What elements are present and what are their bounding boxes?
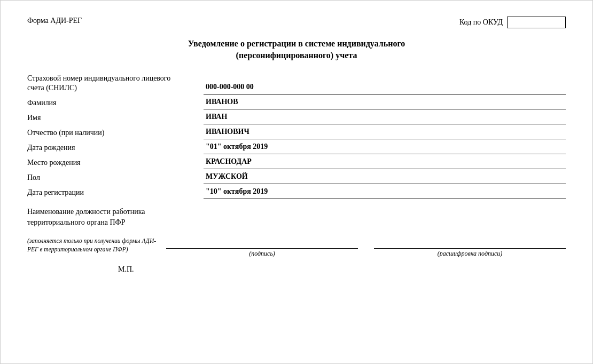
signature-line-label: (подпись) — [249, 250, 275, 258]
document-page: Форма АДИ-РЕГ Код по ОКУД Уведомление о … — [0, 0, 593, 364]
birthplace-value-container: КРАСНОДАР — [204, 157, 566, 169]
signature-line-item: (подпись) — [166, 237, 358, 258]
field-row-middlename: Отчество (при наличии) ИВАНОВИЧ — [27, 128, 566, 139]
lastname-label: Фамилия — [27, 98, 198, 109]
lastname-value-container: ИВАНОВ — [204, 98, 566, 109]
gender-value: МУЖСКОЙ — [204, 172, 248, 180]
field-row-regdate: Дата регистрации "10" октября 2019 — [27, 187, 566, 199]
birthdate-label: Дата рождения — [27, 143, 198, 154]
position-section: Наименование должности работника террито… — [27, 207, 566, 227]
field-row-lastname: Фамилия ИВАНОВ — [27, 98, 566, 109]
field-row-birthplace: Место рождения КРАСНОДАР — [27, 157, 566, 169]
gender-value-container: МУЖСКОЙ — [204, 172, 566, 184]
signature-note: (заполняется только при получении формы … — [27, 237, 166, 254]
birthdate-value-container: "01" октября 2019 — [204, 143, 566, 154]
birthdate-value: "01" октября 2019 — [204, 143, 268, 151]
decode-line-item: (расшифровка подписи) — [374, 237, 566, 258]
fields-section: Страховой номер индивидуального лицевого… — [27, 74, 566, 199]
birthplace-label: Место рождения — [27, 158, 198, 169]
mp-block: М.П. — [27, 265, 566, 274]
lastname-value: ИВАНОВ — [204, 98, 238, 106]
position-label: Наименование должности работника террито… — [27, 207, 198, 227]
form-label: Форма АДИ-РЕГ — [27, 17, 82, 25]
field-row-snils: Страховой номер индивидуального лицевого… — [27, 74, 566, 94]
regdate-value-container: "10" октября 2019 — [204, 187, 566, 199]
regdate-value: "10" октября 2019 — [204, 187, 268, 195]
snils-label: Страховой номер индивидуального лицевого… — [27, 74, 198, 94]
okud-block: Код по ОКУД — [459, 17, 566, 28]
decode-line-label: (расшифровка подписи) — [438, 250, 503, 258]
mp-label: М.П. — [118, 265, 134, 273]
decode-line — [374, 237, 566, 249]
middlename-value: ИВАНОВИЧ — [204, 128, 249, 136]
document-title: Уведомление о регистрации в системе инди… — [27, 38, 566, 62]
firstname-label: Имя — [27, 113, 198, 124]
snils-value: 000-000-000 00 — [204, 83, 254, 91]
okud-box[interactable] — [507, 17, 566, 28]
gender-label: Пол — [27, 173, 198, 184]
field-row-birthdate: Дата рождения "01" октября 2019 — [27, 143, 566, 154]
middlename-label: Отчество (при наличии) — [27, 128, 198, 139]
signature-line — [166, 237, 358, 249]
firstname-value: ИВАН — [204, 113, 227, 121]
signature-section: (заполняется только при получении формы … — [27, 237, 566, 258]
okud-label: Код по ОКУД — [459, 18, 503, 27]
snils-value-container: 000-000-000 00 — [204, 83, 566, 94]
field-row-firstname: Имя ИВАН — [27, 113, 566, 124]
signature-lines-block: (подпись) (расшифровка подписи) — [166, 237, 566, 258]
regdate-label: Дата регистрации — [27, 188, 198, 199]
birthplace-value: КРАСНОДАР — [204, 157, 252, 165]
firstname-value-container: ИВАН — [204, 113, 566, 124]
document-header: Форма АДИ-РЕГ Код по ОКУД — [27, 17, 566, 28]
middlename-value-container: ИВАНОВИЧ — [204, 128, 566, 139]
field-row-gender: Пол МУЖСКОЙ — [27, 172, 566, 184]
title-line1: Уведомление о регистрации в системе инди… — [27, 38, 566, 62]
